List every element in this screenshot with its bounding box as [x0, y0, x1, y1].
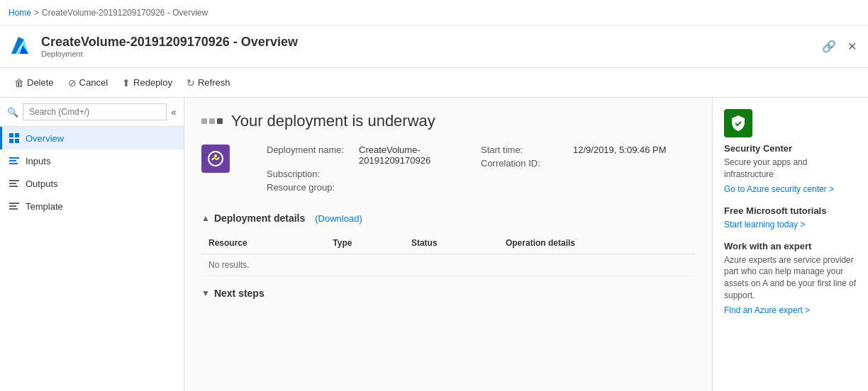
svg-rect-12	[9, 183, 16, 184]
svg-rect-4	[9, 133, 13, 137]
breadcrumb-current: CreateVolume-20191209170926 - Overview	[42, 8, 208, 18]
sidebar: 🔍 « Overview Inputs	[0, 98, 184, 391]
title-actions: 🔗 ✕	[819, 37, 859, 56]
sidebar-item-template[interactable]: Template	[0, 195, 184, 217]
sidebar-item-overview[interactable]: Overview	[0, 127, 184, 149]
info-col-left: Deployment name: CreateVolume-2019120917…	[267, 144, 481, 196]
correlation-id-label: Correlation ID:	[481, 158, 573, 169]
security-center-title: Security Center	[724, 143, 857, 154]
redeploy-button[interactable]: ⬆ Redeploy	[116, 74, 178, 91]
sidebar-item-template-label: Template	[26, 201, 63, 212]
deployment-name-label: Deployment name:	[267, 144, 359, 166]
svg-rect-11	[9, 180, 19, 181]
resource-group-label: Resource group:	[267, 182, 359, 193]
next-steps-title: Next steps	[214, 288, 265, 299]
collapse-button[interactable]: «	[171, 106, 177, 118]
svg-rect-14	[9, 203, 19, 204]
expert-description: Azure experts are service provider part …	[724, 254, 857, 302]
delete-icon: 🗑	[14, 77, 24, 89]
svg-rect-7	[15, 139, 19, 143]
svg-rect-0	[9, 34, 34, 60]
security-center-description: Secure your apps and infrastructure	[724, 157, 857, 181]
svg-rect-8	[9, 157, 19, 159]
find-expert-link[interactable]: Find an Azure expert >	[724, 305, 810, 315]
svg-rect-9	[9, 160, 16, 162]
delete-button[interactable]: 🗑 Delete	[9, 74, 60, 91]
breadcrumb-home[interactable]: Home	[9, 8, 31, 18]
security-center-section: Security Center Secure your apps and inf…	[724, 109, 857, 194]
svg-rect-13	[9, 186, 18, 187]
expert-title: Work with an expert	[724, 241, 857, 251]
deployment-info-content: Deployment name: CreateVolume-2019120917…	[267, 144, 695, 196]
deployment-table: Resource Type Status Operation details N…	[201, 232, 695, 276]
breadcrumb-bar: Home > CreateVolume-20191209170926 - Ove…	[0, 0, 868, 26]
expert-section: Work with an expert Azure experts are se…	[724, 241, 857, 315]
app-icon	[9, 34, 34, 60]
col-type: Type	[326, 232, 404, 254]
correlation-id-row: Correlation ID:	[481, 158, 695, 169]
sidebar-item-inputs-label: Inputs	[26, 156, 50, 166]
deployment-name-row: Deployment name: CreateVolume-2019120917…	[267, 144, 481, 166]
sidebar-item-outputs-label: Outputs	[26, 178, 58, 189]
main-content: Your deployment is underway Deployment n…	[184, 98, 712, 391]
details-section-title: Deployment details	[214, 212, 305, 224]
deployment-icon	[201, 144, 230, 173]
page-subtitle: Deployment	[41, 50, 298, 58]
breadcrumb: Home > CreateVolume-20191209170926 - Ove…	[9, 8, 208, 18]
tutorials-link[interactable]: Start learning today >	[724, 220, 805, 230]
cancel-button[interactable]: ⊘ Cancel	[62, 74, 113, 91]
redeploy-icon: ⬆	[122, 77, 130, 89]
col-status: Status	[404, 232, 499, 254]
next-steps-chevron-icon: ▼	[201, 288, 210, 298]
cancel-icon: ⊘	[68, 77, 77, 89]
search-icon: 🔍	[7, 107, 18, 118]
search-box: 🔍 «	[0, 98, 184, 127]
close-button[interactable]: ✕	[845, 37, 859, 56]
tutorials-title: Free Microsoft tutorials	[724, 205, 857, 216]
download-link[interactable]: (Download)	[315, 213, 362, 224]
deployment-info: Deployment name: CreateVolume-2019120917…	[201, 144, 695, 196]
right-panel: Security Center Secure your apps and inf…	[712, 98, 868, 391]
inputs-icon	[9, 155, 20, 166]
deployment-details-section: ▲ Deployment details (Download) Resource…	[201, 212, 695, 276]
search-input[interactable]	[23, 103, 167, 120]
subscription-label: Subscription:	[267, 169, 359, 179]
main-layout: 🔍 « Overview Inputs	[0, 98, 868, 391]
col-operation: Operation details	[499, 232, 695, 254]
resource-group-row: Resource group:	[267, 182, 481, 193]
sidebar-item-inputs[interactable]: Inputs	[0, 149, 184, 172]
overview-icon	[9, 132, 20, 144]
svg-rect-15	[9, 205, 16, 207]
details-chevron-icon: ▲	[201, 213, 210, 223]
svg-point-18	[214, 154, 217, 157]
pin-button[interactable]: 🔗	[819, 37, 839, 56]
table-row-empty: No results.	[201, 254, 695, 276]
deployment-details-header[interactable]: ▲ Deployment details (Download)	[201, 212, 695, 224]
template-icon	[9, 200, 20, 212]
security-shield-icon	[724, 109, 752, 137]
deployment-status-title: Your deployment is underway	[231, 112, 435, 130]
svg-rect-5	[15, 133, 19, 137]
tutorials-section: Free Microsoft tutorials Start learning …	[724, 205, 857, 230]
page-title: CreateVolume-20191209170926 - Overview	[41, 35, 298, 50]
deployment-header: Your deployment is underway	[201, 112, 695, 130]
subscription-row: Subscription:	[267, 169, 481, 179]
status-spinner	[201, 118, 223, 124]
title-bar: CreateVolume-20191209170926 - Overview D…	[0, 26, 868, 68]
svg-rect-16	[9, 208, 18, 210]
start-time-row: Start time: 12/9/2019, 5:09:46 PM	[481, 144, 695, 155]
col-resource: Resource	[201, 232, 326, 254]
refresh-button[interactable]: ↻ Refresh	[181, 74, 236, 91]
start-time-label: Start time:	[481, 144, 573, 155]
svg-rect-10	[9, 163, 18, 164]
start-time-value: 12/9/2019, 5:09:46 PM	[573, 144, 667, 155]
outputs-icon	[9, 178, 20, 189]
security-center-link[interactable]: Go to Azure security center >	[724, 184, 834, 194]
no-results-text: No results.	[201, 254, 695, 276]
toolbar: 🗑 Delete ⊘ Cancel ⬆ Redeploy ↻ Refresh	[0, 68, 868, 98]
title-text: CreateVolume-20191209170926 - Overview D…	[41, 35, 298, 58]
next-steps-section[interactable]: ▼ Next steps	[201, 288, 695, 299]
info-col-right: Start time: 12/9/2019, 5:09:46 PM Correl…	[481, 144, 695, 196]
sidebar-item-outputs[interactable]: Outputs	[0, 172, 184, 195]
svg-rect-6	[9, 139, 13, 143]
